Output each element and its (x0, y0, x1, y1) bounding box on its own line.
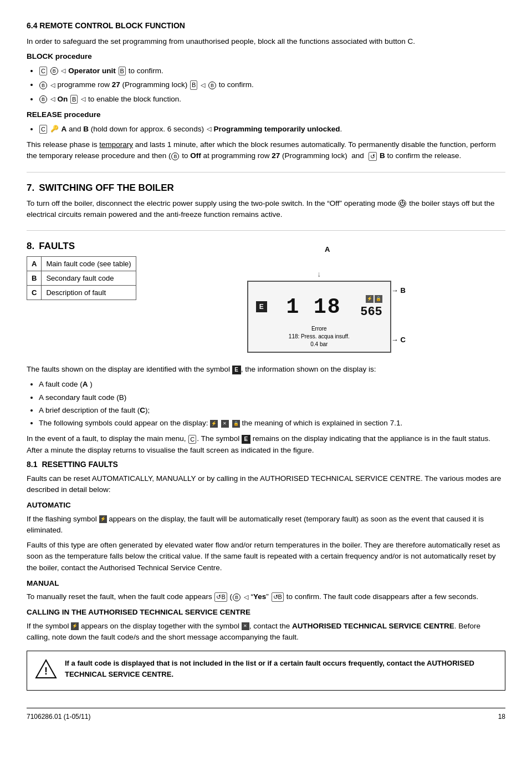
icon-b5: B (208, 82, 216, 89)
icon-c: C (39, 67, 47, 75)
s81-title: RESETTING FAULTS (42, 460, 117, 469)
block-procedure-steps: C B ◁ Operator unit B to confirm. B ◁ pr… (39, 65, 505, 105)
fault-item-1: A fault code (A ) (39, 379, 505, 390)
display-c-label: → C (391, 336, 406, 344)
s7-num: 7. (27, 182, 34, 194)
block-step-2: B ◁ programme row 27 (Programming lock) … (39, 79, 505, 91)
s81-header: 8.1 RESETTING FAULTS (27, 460, 505, 469)
s64-release-note: This release phase is temporary and last… (27, 139, 505, 162)
automatic-label: AUTOMATIC (27, 500, 505, 511)
footer: 7106286.01 (1-05/11) 18 (27, 708, 505, 721)
s8-fault-event: In the event of a fault, to display the … (27, 433, 505, 456)
s8-fault-list: A fault code (A ) A secondary fault code… (39, 379, 505, 429)
fault-item-2: A secondary fault code (B) (39, 392, 505, 403)
display-main-digits: 1 18 (267, 295, 360, 319)
divider-89 (27, 230, 505, 231)
display-e-icon: E (256, 301, 267, 312)
block-step-1: C B ◁ Operator unit B to confirm. (39, 65, 505, 77)
arrow-down: ↓ (247, 270, 391, 278)
doc-number: 7106286.01 (1-05/11) (27, 713, 90, 721)
warning-box: ! If a fault code is displayed that is n… (27, 651, 505, 691)
icon-b3: B (39, 82, 47, 89)
row-b-key: B (27, 271, 42, 286)
s7-title: SWITCHING OFF THE BOILER (39, 182, 174, 194)
s8-layout: A Main fault code (see table) B Secondar… (27, 256, 505, 353)
icon-power: ⏻ (398, 200, 406, 207)
row-c-key: C (27, 286, 42, 300)
display-secondary-digits: 565 (360, 305, 382, 319)
table-row: B Secondary fault code (27, 271, 136, 286)
s8-title: FAULTS (39, 241, 75, 252)
s8-num: 8. (27, 241, 34, 252)
e-symbol-inline: E (232, 366, 241, 374)
icon-cross-sq: ✕ (221, 420, 229, 428)
section-7: 7. SWITCHING OFF THE BOILER To turn off … (27, 182, 505, 221)
icon-b-manual2: B (233, 594, 241, 601)
icon-calling2: ✕ (242, 622, 249, 630)
fault-item-3: A brief description of the fault (C); (39, 405, 505, 416)
icon-wrench1: 🔑 (50, 124, 59, 134)
display-icons-right: ⚡ 🔒 565 (360, 295, 382, 319)
divider-78 (27, 172, 505, 173)
display-diagram: ↓ E 1 18 ⚡ 🔒 565 (247, 270, 391, 353)
section-64: 6.4 REMOTE CONTROL BLOCK FUNCTION In ord… (27, 20, 505, 162)
display-label-a: A (325, 245, 330, 253)
s7-header: 7. SWITCHING OFF THE BOILER (27, 182, 505, 194)
icon-b8: B (171, 153, 179, 160)
warning-triangle-icon: ! (35, 658, 57, 680)
svg-text:!: ! (44, 666, 48, 677)
row-c-label: Description of fault (42, 286, 136, 300)
errore-desc: 118: Press. acqua insuff. (289, 333, 350, 341)
warning-text: If a fault code is displayed that is not… (65, 658, 497, 679)
row-a-key: A (27, 257, 42, 271)
errore-label: Errore (289, 325, 350, 333)
icon-key1: ◁ (61, 66, 65, 76)
e-symbol-inline2: E (242, 435, 250, 444)
release-step-1: C 🔑 A and B (hold down for approx. 6 sec… (39, 123, 505, 135)
icon-lock-sq: 🔒 (232, 420, 240, 428)
display-box: E 1 18 ⚡ 🔒 565 Errore (247, 281, 391, 353)
display-inner: E 1 18 ⚡ 🔒 565 (248, 282, 390, 332)
icon-key6: ◁ (207, 124, 211, 134)
unlocked-label: Programming temporarily unlocked (213, 125, 340, 133)
s8-fault-table: A Main fault code (see table) B Secondar… (27, 256, 136, 300)
release-procedure-label: RELEASE procedure (27, 109, 505, 120)
errore-bar: 0.4 bar (289, 341, 350, 348)
s64-title: 6.4 REMOTE CONTROL BLOCK FUNCTION (27, 20, 505, 32)
fault-item-4: The following symbols could appear on th… (39, 418, 505, 429)
row-a-label: Main fault code (see table) (42, 257, 136, 271)
icon-sq2: 🔒 (375, 295, 382, 303)
icon-auto-reset: ⚡ (99, 515, 107, 523)
icon-b-manual3: ↺B (272, 592, 284, 601)
icon-c2: C (39, 125, 47, 134)
release-procedure-steps: C 🔑 A and B (hold down for approx. 6 sec… (39, 123, 505, 135)
icon-b-circle: B (50, 67, 58, 75)
automatic-body1: If the flashing symbol ⚡ appears on the … (27, 514, 505, 536)
table-row: A Main fault code (see table) (27, 257, 136, 271)
icon-c3: C (188, 435, 196, 444)
s8-fault-intro: The faults shown on the display are iden… (27, 364, 505, 375)
s8-display-wrapper: A ↓ E 1 18 ⚡ 🔒 565 (150, 256, 505, 353)
icon-b4: B (190, 80, 197, 89)
section-8: 8. FAULTS A Main fault code (see table) … (27, 241, 505, 691)
icon-calling1: ⚡ (71, 622, 79, 630)
icon-b2: B (119, 67, 126, 75)
manual-label: MANUAL (27, 578, 505, 589)
display-b-label: → B (391, 286, 406, 295)
display-icon-row: ⚡ 🔒 (366, 295, 382, 303)
icon-key2: ◁ (50, 80, 55, 90)
icon-key5: ◁ (81, 94, 85, 104)
s64-intro: In order to safeguard the set programmin… (27, 36, 505, 47)
calling-body: If the symbol ⚡ appears on the display t… (27, 621, 505, 643)
icon-prg: ↺ (369, 152, 377, 161)
section-81: 8.1 RESETTING FAULTS Faults can be reset… (27, 460, 505, 691)
page-number: 18 (498, 713, 505, 721)
manual-body: To manually reset the fault, when the fa… (27, 591, 505, 602)
icon-key4: ◁ (50, 94, 55, 104)
block-step-3: B ◁ On B ◁ to enable the block function. (39, 93, 505, 105)
s7-body: To turn off the boiler, disconnect the e… (27, 198, 505, 221)
display-bottom-text: Errore 118: Press. acqua insuff. 0.4 bar (289, 325, 350, 348)
block-procedure-label: BLOCK procedure (27, 51, 505, 62)
s8-header: 8. FAULTS (27, 241, 505, 252)
icon-wrench-sq: ⚡ (210, 420, 218, 428)
